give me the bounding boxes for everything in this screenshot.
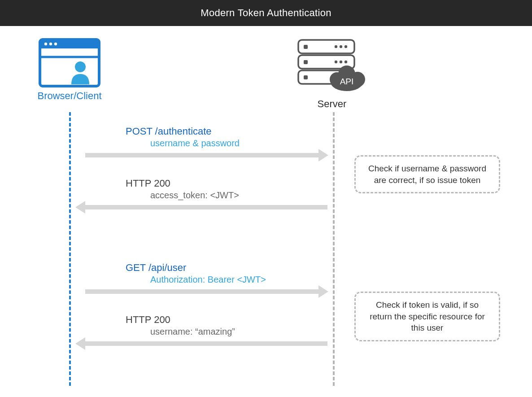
svg-point-19 <box>344 61 347 63</box>
server-label: Server <box>260 98 404 110</box>
lifeline-client <box>69 112 71 386</box>
svg-point-7 <box>75 61 86 72</box>
note-api-text: Check if token is valid, if so return th… <box>370 300 485 332</box>
api-response-line1: HTTP 200 <box>126 314 325 326</box>
note-api: Check if token is valid, if so return th… <box>354 292 500 341</box>
arrow-left-icon <box>85 341 327 346</box>
note-auth: Check if username & password are correct… <box>354 155 500 193</box>
auth-response-line2: access_token: <JWT> <box>150 190 325 201</box>
participant-server: API Server <box>260 38 404 110</box>
msg-api-response: HTTP 200 username: “amazing” <box>83 314 325 346</box>
auth-request-line2: username & password <box>150 138 334 148</box>
svg-point-5 <box>54 43 57 45</box>
api-badge-text: API <box>340 77 354 86</box>
svg-rect-11 <box>304 45 308 49</box>
arrow-right-icon <box>85 153 318 157</box>
note-auth-text: Check if username & password are correct… <box>368 164 486 185</box>
svg-point-16 <box>344 45 347 48</box>
api-response-line2: username: “amazing” <box>150 327 325 337</box>
api-request-line1: GET /api/user <box>126 262 334 274</box>
client-label: Browser/Client <box>18 90 121 102</box>
arrow-left-icon <box>85 205 327 209</box>
participant-client: Browser/Client <box>18 38 121 102</box>
msg-auth-response: HTTP 200 access_token: <JWT> <box>83 178 325 209</box>
arrow-right-icon <box>85 289 318 294</box>
auth-response-line1: HTTP 200 <box>126 178 325 189</box>
diagram-title-bar: Modern Token Authentication <box>0 0 532 26</box>
svg-point-3 <box>44 43 47 45</box>
svg-point-14 <box>335 45 337 48</box>
svg-point-17 <box>335 61 337 63</box>
svg-point-4 <box>49 43 52 45</box>
msg-auth-request: POST /authenticate username & password <box>92 126 334 157</box>
api-request-line2: Authorization: Bearer <JWT> <box>150 275 334 285</box>
svg-point-15 <box>340 45 342 48</box>
auth-request-line1: POST /authenticate <box>126 126 334 137</box>
svg-point-18 <box>340 61 342 63</box>
svg-rect-12 <box>304 60 308 64</box>
browser-icon <box>39 38 100 87</box>
server-icon: API <box>294 38 370 96</box>
svg-rect-2 <box>40 46 99 48</box>
svg-rect-13 <box>304 75 308 79</box>
msg-api-request: GET /api/user Authorization: Bearer <JWT… <box>92 262 334 294</box>
diagram-title: Modern Token Authentication <box>201 7 331 19</box>
